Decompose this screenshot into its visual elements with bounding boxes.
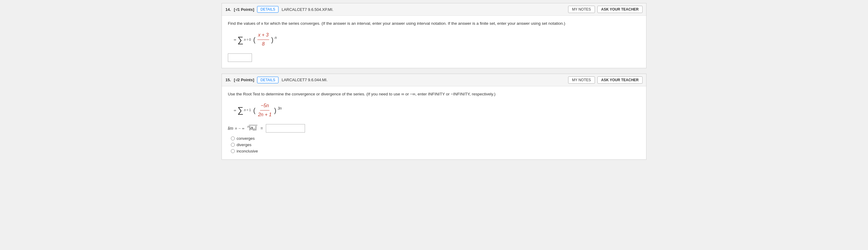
problem-15-ask-teacher-btn[interactable]: ASK YOUR TEACHER [597,76,643,84]
problem-15-header-left: 15. [-/2 Points] DETAILS LARCALCET7 9.6.… [225,77,328,83]
problem-14-instruction: Find the values of x for which the serie… [228,21,640,27]
radio-converges-input[interactable] [231,137,235,140]
radio-diverges[interactable]: diverges [231,142,640,147]
problem-14-number: 14. [225,7,231,12]
problem-14-math: ∞ ∑ n = 0 ( x + 3 8 ) [234,31,640,49]
problem-15-points: [-/2 Points] [234,78,254,82]
problem-15-block: 15. [-/2 Points] DETAILS LARCALCET7 9.6.… [221,74,647,160]
problem-14-body: Find the values of x for which the serie… [222,16,646,68]
problem-15-instruction: Use the Root Test to determine the conve… [228,91,640,97]
radio-inconclusive-input[interactable] [231,149,235,153]
radio-diverges-label: diverges [237,142,251,147]
problem-14-details-btn[interactable]: DETAILS [257,6,278,13]
radio-inconclusive-label: inconclusive [237,149,258,154]
problem-15-header: 15. [-/2 Points] DETAILS LARCALCET7 9.6.… [222,74,646,86]
problem-15-my-notes-btn[interactable]: MY NOTES [568,76,595,84]
problem-14-header-right: MY NOTES ASK YOUR TEACHER [568,6,643,13]
problem-14-header: 14. [-/1 Points] DETAILS LARCALCET7 9.6.… [222,3,646,16]
problem-14-answer-area [228,53,640,62]
problem-15-code: LARCALCET7 9.6.044.MI. [281,78,327,82]
problem-15-lim-label: lim [228,126,233,131]
radio-converges[interactable]: converges [231,136,640,141]
problem-14-my-notes-btn[interactable]: MY NOTES [568,6,595,13]
problem-14-header-left: 14. [-/1 Points] DETAILS LARCALCET7 9.6.… [225,6,333,13]
problem-14-ask-teacher-btn[interactable]: ASK YOUR TEACHER [597,6,643,13]
radio-converges-label: converges [237,136,255,141]
problem-15-answer-input[interactable] [266,124,305,133]
problem-15-body: Use the Root Test to determine the conve… [222,86,646,160]
radio-diverges-input[interactable] [231,143,235,147]
problem-15-math-series: ∞ ∑ n = 1 ( −5n 2n + 1 ) [234,102,640,119]
problem-14-points: [-/1 Points] [234,7,254,12]
problem-14-code: LARCALCET7 9.6.504.XP.MI. [281,7,333,12]
problem-15-lim-sub: n → ∞ [235,127,244,130]
problem-15-root-expr: n|an| [247,125,257,132]
problem-15-lim-line: lim n → ∞ n|an| = [228,124,640,133]
problem-15-equals: = [260,126,263,131]
problem-15-header-right: MY NOTES ASK YOUR TEACHER [568,76,643,84]
problem-15-radio-group: converges diverges inconclusive [231,136,640,154]
radio-inconclusive[interactable]: inconclusive [231,149,640,154]
problem-14-block: 14. [-/1 Points] DETAILS LARCALCET7 9.6.… [221,3,647,68]
problem-14-answer-input[interactable] [228,53,252,62]
problem-15-number: 15. [225,78,231,82]
problem-15-details-btn[interactable]: DETAILS [257,77,278,83]
